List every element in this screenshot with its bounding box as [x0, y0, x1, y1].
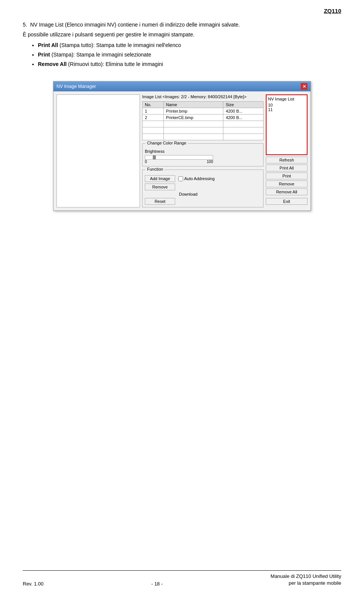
- image-preview-panel: [56, 94, 140, 207]
- table-row: 2 PrinterCE.bmp 4200 B...: [143, 115, 264, 121]
- brightness-slider[interactable]: [145, 155, 213, 160]
- cell-size: 4200 B...: [223, 115, 264, 121]
- func-row-remove: Remove: [145, 184, 175, 190]
- nv-remove-all-button[interactable]: Remove All: [266, 188, 308, 195]
- bullet-list: Print All (Stampa tutto): Stampa tutte l…: [38, 41, 341, 70]
- nv-list-panel: NV Image List 10 11 Refresh Print All Pr…: [266, 94, 308, 207]
- image-list-header: Image List <Images: 2/2 - Memory: 8400/2…: [142, 94, 264, 99]
- add-image-button[interactable]: Add Image: [145, 175, 175, 182]
- footer-document-title: Manuale di ZQ110 Unified Utility per la …: [271, 573, 341, 587]
- table-row: [143, 121, 264, 127]
- nv-list-item: 10: [268, 103, 305, 107]
- col-size: Size: [223, 102, 264, 108]
- exit-button[interactable]: Exit: [266, 198, 308, 205]
- dialog-close-button[interactable]: ✕: [301, 83, 308, 90]
- list-item: Print (Stampa): Stampa le immagini selez…: [38, 51, 341, 59]
- function-buttons: Add Image Auto Addressing Remove Downloa…: [145, 175, 261, 205]
- download-label: Download: [179, 192, 198, 196]
- function-group: Function Add Image Auto Addressing Remov…: [142, 170, 264, 207]
- table-row: [143, 127, 264, 134]
- table-row: [143, 134, 264, 140]
- cell-size: 4200 B...: [223, 108, 264, 115]
- function-group-label: Function: [146, 167, 165, 171]
- list-item: Remove All (Rimuovi tutto): Elimina tutt…: [38, 60, 341, 68]
- center-panel: Image List <Images: 2/2 - Memory: 8400/2…: [142, 94, 264, 207]
- dialog-body: Image List <Images: 2/2 - Memory: 8400/2…: [53, 91, 311, 210]
- reset-button[interactable]: Reset: [145, 198, 175, 205]
- nv-image-manager-dialog: NV Image Manager ✕ Image List <Images: 2…: [53, 81, 311, 211]
- footer-revision: Rev. 1.00: [23, 581, 44, 587]
- col-no: No.: [143, 102, 164, 108]
- nv-list-title: NV Image List: [268, 97, 305, 101]
- func-row-download: Download: [145, 192, 198, 196]
- nv-print-button[interactable]: Print: [266, 173, 308, 179]
- refresh-button[interactable]: Refresh: [266, 157, 308, 163]
- nv-buttons: Refresh Print All Print Remove Remove Al…: [266, 157, 308, 205]
- page-title: ZQ110: [23, 8, 341, 14]
- col-name: Name: [163, 102, 223, 108]
- auto-addressing-checkbox[interactable]: [178, 176, 183, 181]
- cell-no: 1: [143, 108, 164, 115]
- footer-page-number: - 18 -: [151, 581, 163, 587]
- dialog-titlebar: NV Image Manager ✕: [53, 82, 311, 91]
- cell-no: 2: [143, 115, 164, 121]
- footer: Rev. 1.00 - 18 - Manuale di ZQ110 Unifie…: [23, 570, 341, 587]
- cell-name: PrinterCE.bmp: [163, 115, 223, 121]
- image-list-table: No. Name Size 1 Printer.bmp 4200 B... 2: [142, 101, 264, 140]
- function-remove-button[interactable]: Remove: [145, 184, 175, 190]
- list-item: Print All (Stampa tutto): Stampa tutte l…: [38, 41, 341, 49]
- nv-list-item: 11: [268, 107, 305, 112]
- color-range-group: Change Color Range Brightness 0 100: [142, 143, 264, 166]
- section-number: 5. NV Image List (Elenco immagini NV) co…: [23, 22, 341, 28]
- nv-image-list-box: NV Image List 10 11: [266, 94, 308, 155]
- nv-print-all-button[interactable]: Print All: [266, 165, 308, 171]
- cell-name: Printer.bmp: [163, 108, 223, 115]
- auto-addressing-checkbox-label[interactable]: Auto Addressing: [178, 176, 215, 181]
- func-row-add: Add Image Auto Addressing: [145, 175, 215, 182]
- func-row-reset: Reset: [145, 198, 175, 205]
- nv-remove-button[interactable]: Remove: [266, 180, 308, 187]
- dialog-title: NV Image Manager: [56, 84, 96, 89]
- slider-labels: 0 100: [145, 160, 213, 164]
- brightness-label: Brightness: [145, 149, 261, 154]
- color-range-label: Change Color Range: [146, 141, 188, 145]
- section-text: È possibile utilizzare i pulsanti seguen…: [23, 31, 341, 38]
- table-row: 1 Printer.bmp 4200 B...: [143, 108, 264, 115]
